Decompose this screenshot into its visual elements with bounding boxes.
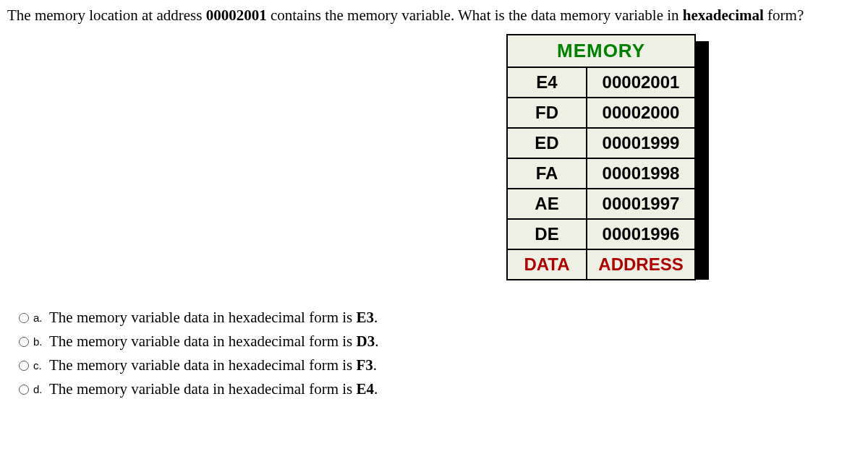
- options-list: a. The memory variable data in hexadecim…: [7, 309, 861, 398]
- option-c[interactable]: c. The memory variable data in hexadecim…: [19, 356, 861, 374]
- memory-addr-cell: 00001996: [587, 219, 695, 249]
- memory-data-cell: ED: [507, 128, 587, 158]
- memory-data-cell: E4: [507, 67, 587, 98]
- memory-addr-cell: 00002000: [587, 98, 695, 128]
- table-row: E4 00002001: [507, 67, 695, 98]
- memory-header: MEMORY: [507, 35, 695, 67]
- option-text: The memory variable data in hexadecimal …: [49, 332, 378, 351]
- option-letter: b.: [33, 335, 45, 348]
- memory-table: MEMORY E4 00002001 FD 00002000 ED 000019…: [506, 34, 696, 280]
- memory-addr-cell: 00001999: [587, 128, 695, 158]
- radio-icon[interactable]: [19, 337, 29, 347]
- option-text: The memory variable data in hexadecimal …: [49, 356, 377, 374]
- question-address: 00002001: [206, 7, 267, 24]
- memory-addr-cell: 00002001: [587, 67, 695, 98]
- option-text: The memory variable data in hexadecimal …: [49, 380, 378, 398]
- option-text: The memory variable data in hexadecimal …: [49, 309, 378, 327]
- option-d[interactable]: d. The memory variable data in hexadecim…: [19, 380, 861, 398]
- question-text: The memory location at address 00002001 …: [7, 6, 861, 25]
- question-prefix: The memory location at address: [7, 7, 206, 24]
- memory-diagram: MEMORY E4 00002001 FD 00002000 ED 000019…: [506, 34, 696, 280]
- table-row: FD 00002000: [507, 98, 695, 128]
- option-b[interactable]: b. The memory variable data in hexadecim…: [19, 332, 861, 351]
- table-footer: DATA ADDRESS: [507, 249, 695, 280]
- question-suffix: form?: [764, 7, 804, 24]
- memory-data-cell: AE: [507, 189, 587, 219]
- memory-data-cell: DE: [507, 219, 587, 249]
- question-form: hexadecimal: [683, 7, 764, 24]
- memory-addr-cell: 00001997: [587, 189, 695, 219]
- question-mid: contains the memory variable. What is th…: [267, 7, 683, 24]
- radio-icon[interactable]: [19, 313, 29, 323]
- memory-data-cell: FA: [507, 158, 587, 189]
- option-letter: a.: [33, 312, 45, 324]
- option-letter: c.: [33, 359, 45, 372]
- memory-footer-addr: ADDRESS: [587, 249, 695, 280]
- option-letter: d.: [33, 383, 45, 395]
- memory-footer-data: DATA: [507, 249, 587, 280]
- table-row: AE 00001997: [507, 189, 695, 219]
- table-row: FA 00001998: [507, 158, 695, 189]
- memory-data-cell: FD: [507, 98, 587, 128]
- memory-addr-cell: 00001998: [587, 158, 695, 189]
- radio-icon[interactable]: [19, 385, 29, 395]
- radio-icon[interactable]: [19, 361, 29, 371]
- option-a[interactable]: a. The memory variable data in hexadecim…: [19, 309, 861, 327]
- table-row: DE 00001996: [507, 219, 695, 249]
- table-row: ED 00001999: [507, 128, 695, 158]
